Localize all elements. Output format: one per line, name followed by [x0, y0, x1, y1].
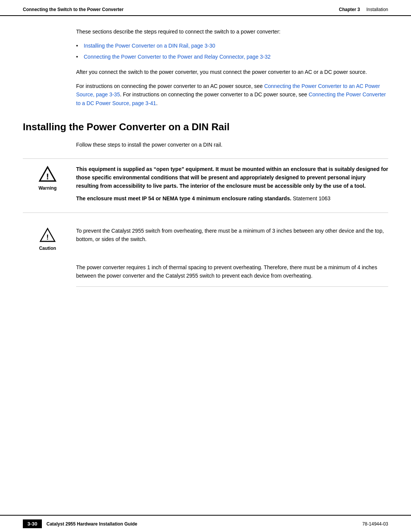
section-label: Installation: [366, 7, 388, 12]
intro-p3-before: For instructions on connecting the power…: [76, 83, 264, 89]
caution-content: To prevent the Catalyst 2955 switch from…: [76, 227, 388, 248]
din-rail-link[interactable]: Installing the Power Converter on a DIN …: [84, 43, 215, 49]
warning-content: This equipment is supplied as “open type…: [76, 165, 388, 207]
list-item: Connecting the Power Converter to the Po…: [76, 53, 388, 61]
page-footer: 3-30 Catalyst 2955 Hardware Installation…: [0, 515, 411, 532]
caution-text: To prevent the Catalyst 2955 switch from…: [76, 227, 388, 244]
warning-statement: Statement 1063: [292, 195, 331, 201]
warning-bold-text: This equipment is supplied as “open type…: [76, 165, 388, 190]
intro-paragraph-3: For instructions on connecting the power…: [76, 82, 388, 107]
caution-icon-col: ! Caution: [23, 227, 76, 251]
follow-text: Follow these steps to install the power …: [76, 141, 388, 149]
page-header: Connecting the Switch to the Power Conve…: [0, 0, 411, 16]
footer-left: 3-30 Catalyst 2955 Hardware Installation…: [23, 519, 137, 528]
section-title: Installing the Power Converter on a DIN …: [23, 121, 388, 133]
page: Connecting the Switch to the Power Conve…: [0, 0, 411, 532]
warning-label: Warning: [38, 185, 57, 191]
caution-block: ! Caution To prevent the Catalyst 2955 s…: [23, 220, 388, 257]
caution-triangle-icon: !: [39, 227, 56, 243]
list-item: Installing the Power Converter on a DIN …: [76, 42, 388, 50]
footer-doc-number: 78-14944-03: [362, 521, 388, 527]
main-content: These sections describe the steps requir…: [0, 16, 411, 310]
intro-p3-middle: . For instructions on connecting the pow…: [120, 91, 309, 97]
svg-text:!: !: [46, 233, 49, 241]
page-number: 3-30: [23, 519, 42, 528]
power-relay-link[interactable]: Connecting the Power Converter to the Po…: [84, 54, 271, 60]
intro-paragraph-2: After you connect the switch to the powe…: [76, 68, 388, 76]
bullet-list: Installing the Power Converter on a DIN …: [76, 42, 388, 61]
chapter-label: Chapter 3: [339, 7, 360, 12]
svg-text:!: !: [46, 171, 49, 181]
intro-paragraph-1: These sections describe the steps requir…: [76, 27, 388, 36]
warning-icon-col: ! Warning: [23, 165, 76, 191]
header-section-title: Connecting the Switch to the Power Conve…: [23, 7, 124, 12]
caution-label: Caution: [39, 246, 56, 251]
warning-enclosure-text: The enclosure must meet IP 54 or NEMA ty…: [76, 194, 388, 203]
thermal-text: The power converter requires 1 inch of t…: [76, 263, 388, 287]
header-chapter: Chapter 3 Installation: [339, 7, 388, 12]
warning-enclosure-bold: The enclosure must meet IP 54 or NEMA ty…: [76, 195, 292, 201]
warning-block: ! Warning This equipment is supplied as …: [23, 158, 388, 213]
warning-triangle-icon: !: [38, 165, 57, 183]
intro-p3-end: .: [156, 100, 158, 106]
footer-doc-title: Catalyst 2955 Hardware Installation Guid…: [46, 521, 137, 527]
